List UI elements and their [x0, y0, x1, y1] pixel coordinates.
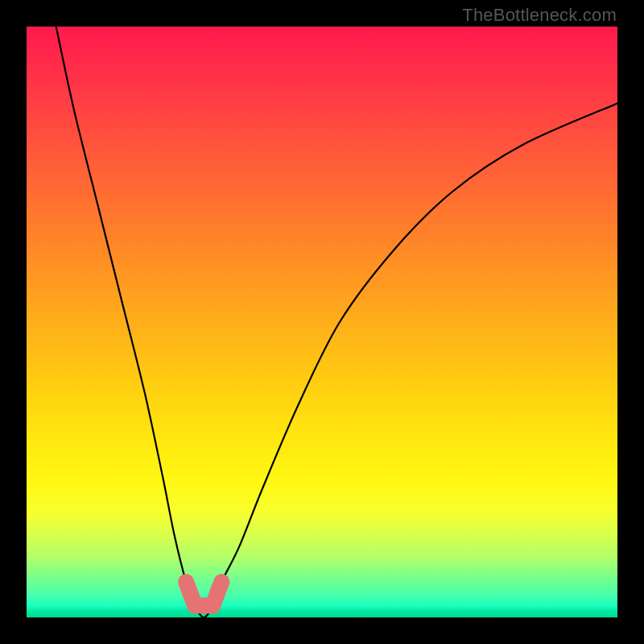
bottleneck-curve — [56, 27, 617, 617]
highlight-marker — [213, 582, 221, 605]
chart-frame: TheBottleneck.com — [0, 0, 644, 644]
highlight-segment — [186, 582, 221, 605]
watermark-text: TheBottleneck.com — [462, 5, 617, 26]
plot-area — [27, 27, 617, 617]
curve-layer — [27, 27, 617, 617]
